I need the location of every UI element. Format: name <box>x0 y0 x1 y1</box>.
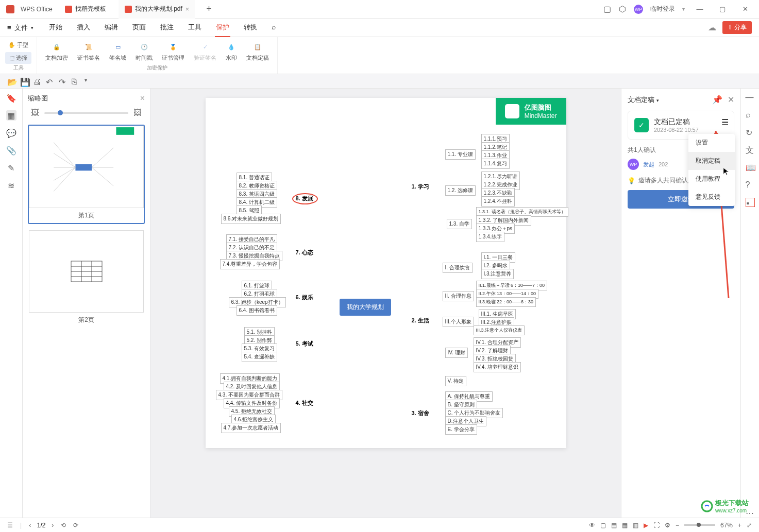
leaf: 1.1. 专业课 <box>445 149 476 160</box>
chevron-down-icon[interactable]: ▾ <box>85 77 92 85</box>
ribbon-group-encrypt: 🔒文档加密 📜证书签名 ▭签名域 🕐时间戳 🏅证书管理 ✓验证签名 💧水印 📋文… <box>37 37 278 74</box>
chevron-down-icon[interactable]: ▾ <box>682 6 685 12</box>
svg-line-1 <box>54 143 75 167</box>
start-link[interactable]: 发起 <box>643 161 654 168</box>
add-tab-button[interactable]: + <box>201 4 216 14</box>
thumbnail-page-1[interactable]: 第1页 <box>28 125 145 224</box>
note-icon[interactable]: ▪ <box>746 198 755 207</box>
bookmark-icon[interactable]: 🔖 <box>6 93 16 103</box>
thumb-label: 第1页 <box>29 208 144 223</box>
slideshow-icon[interactable]: ▶ <box>644 522 648 529</box>
share-button[interactable]: ⇧ 分享 <box>722 21 752 34</box>
close-icon[interactable]: ✕ <box>728 95 734 105</box>
tab-edit[interactable]: 编辑 <box>104 19 119 37</box>
cert-manage[interactable]: 🏅证书管理 <box>159 39 188 64</box>
nav-fwd-icon[interactable]: ⟳ <box>73 522 78 529</box>
zoom-in[interactable]: + <box>738 522 741 529</box>
finalize-doc[interactable]: 📋文档定稿 <box>243 39 272 64</box>
attachment-icon[interactable]: 📎 <box>6 145 16 156</box>
statusbar: ☰ | ‹ › ⟲ ⟳ 👁 ▢ ▤ ▦ ▥ ▶ ⛶ ⚙ − 67% + ⤢ <box>0 518 759 532</box>
verify-sign[interactable]: ✓验证签名 <box>191 39 220 64</box>
refresh-icon[interactable]: ↻ <box>746 128 755 137</box>
menu-icon[interactable]: ☰ <box>7 522 13 529</box>
tab-page[interactable]: 页面 <box>131 19 147 37</box>
comment-icon[interactable]: 💬 <box>6 128 16 138</box>
leaf: III.3.注意个人仪容仪表 <box>474 325 525 335</box>
page-input[interactable] <box>31 522 52 529</box>
login-label[interactable]: 临时登录 <box>650 5 675 13</box>
help-icon[interactable]: ? <box>746 180 755 190</box>
hand-tool[interactable]: ✋ 手型 <box>5 39 31 51</box>
tab-start[interactable]: 开始 <box>48 19 63 37</box>
branch: 6. 娱乐 <box>296 294 313 301</box>
redo-icon[interactable]: ↷ <box>59 77 66 85</box>
timestamp[interactable]: 🕐时间戳 <box>132 39 156 64</box>
minimize-icon[interactable]: — <box>746 93 755 102</box>
tab-convert[interactable]: 转换 <box>243 19 258 37</box>
sign-icon[interactable]: ✎ <box>6 163 16 173</box>
thumbnail-icon[interactable]: ▦ <box>6 110 16 121</box>
zoom-out[interactable]: − <box>676 522 679 529</box>
tab-document[interactable]: 我的大学规划.pdf × <box>119 0 196 19</box>
cert-sign[interactable]: 📜证书签名 <box>74 39 103 64</box>
view-icon[interactable]: 👁 <box>589 522 595 529</box>
page-view-icon[interactable]: ▤ <box>611 522 617 529</box>
pin-icon[interactable]: 📌 <box>712 95 722 105</box>
pdf-page: 亿图脑图MindMaster 我的大学规划 8. 发展 7. 心态 6. 娱乐 … <box>206 98 566 448</box>
search-icon[interactable]: ⌕ <box>271 19 277 37</box>
avatar[interactable]: WP <box>634 5 643 14</box>
cloud-icon[interactable]: ☁ <box>708 23 716 32</box>
watermark[interactable]: 💧水印 <box>223 39 240 64</box>
print-icon[interactable]: 🖨 <box>33 77 41 85</box>
tab-annotate[interactable]: 批注 <box>159 19 175 37</box>
canvas[interactable]: 亿图脑图MindMaster 我的大学规划 8. 发展 7. 心态 6. 娱乐 … <box>150 89 621 518</box>
close-icon[interactable]: × <box>185 5 190 13</box>
window-icon[interactable]: ▢ <box>603 5 611 13</box>
maximize-button[interactable]: ▢ <box>715 5 730 13</box>
layers-icon[interactable]: ≋ <box>6 180 16 191</box>
close-button[interactable]: ✕ <box>737 5 753 13</box>
minimize-button[interactable]: — <box>692 5 707 13</box>
settings-icon[interactable]: ⚙ <box>665 522 670 529</box>
zoom-slider[interactable] <box>684 524 715 526</box>
two-page-icon[interactable]: ▥ <box>633 522 638 529</box>
tab-protect[interactable]: 保护 <box>215 19 230 37</box>
cube-icon[interactable]: ⬡ <box>618 5 627 13</box>
copy-icon[interactable]: ⎘ <box>72 77 79 85</box>
item-label: 证书签名 <box>77 54 100 62</box>
tab-tools[interactable]: 工具 <box>187 19 203 37</box>
date-short: 202 <box>659 161 668 167</box>
close-icon[interactable]: × <box>140 94 145 103</box>
translate-icon[interactable]: 文 <box>746 145 755 155</box>
dd-settings[interactable]: 设置 <box>688 134 735 152</box>
encrypt-doc[interactable]: 🔒文档加密 <box>42 39 71 64</box>
search-icon[interactable]: ⌕ <box>746 110 755 119</box>
fit-icon[interactable]: ▢ <box>600 522 606 529</box>
leaf: III.个人形象 <box>443 317 474 327</box>
fullscreen-icon[interactable]: ⛶ <box>653 522 660 529</box>
save-icon[interactable]: 💾 <box>20 77 28 85</box>
tab-templates[interactable]: 找稻壳模板 <box>59 0 112 19</box>
sign-field[interactable]: ▭签名域 <box>106 39 129 64</box>
image-icon[interactable]: 🖼 <box>31 108 39 117</box>
thumbnail-page-2[interactable]: 第2页 <box>28 229 145 329</box>
svg-line-6 <box>92 148 113 167</box>
book-icon[interactable]: 📖 <box>746 163 755 172</box>
undo-icon[interactable]: ↶ <box>46 77 54 85</box>
file-menu[interactable]: ≡ 文件 ▾ <box>7 23 33 32</box>
select-tool[interactable]: ⬚ 选择 <box>5 52 31 64</box>
branch: 2. 生活 <box>412 317 429 324</box>
next-page[interactable]: › <box>52 522 54 529</box>
nav-back-icon[interactable]: ⟲ <box>61 522 66 529</box>
continuous-icon[interactable]: ▦ <box>622 522 628 529</box>
ribbon-group-tools: ✋ 手型 ⬚ 选择 工具 <box>0 37 37 74</box>
card-menu-button[interactable]: ☰ <box>721 117 729 127</box>
tab-insert[interactable]: 插入 <box>76 19 91 37</box>
open-icon[interactable]: 📂 <box>7 77 15 85</box>
dd-feedback[interactable]: 意见反馈 <box>688 188 735 206</box>
leaf: II.3.晚寝 22：00——6：30 <box>476 297 536 307</box>
image-icon[interactable]: 🖼 <box>133 108 142 117</box>
zoom-slider[interactable] <box>44 112 128 114</box>
expand-icon[interactable]: ⤢ <box>747 522 752 529</box>
branch: 5. 考试 <box>296 340 313 348</box>
